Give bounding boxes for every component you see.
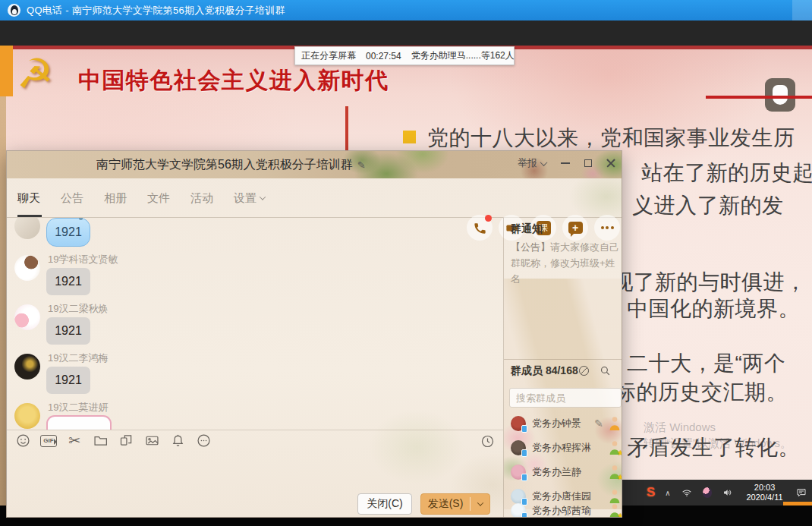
avatar[interactable]: [14, 255, 40, 281]
send-file-button[interactable]: [92, 433, 109, 449]
qq-call-icon: [8, 4, 20, 17]
titlebar-corner-button[interactable]: [792, 0, 812, 20]
member-role-icon: [608, 416, 622, 431]
edit-name-icon[interactable]: ✎: [594, 417, 603, 430]
minimize-button[interactable]: [561, 162, 570, 164]
member-role-icon: ★: [608, 440, 622, 455]
sogou-tray-icon[interactable]: S: [647, 485, 655, 500]
group-notice-title[interactable]: 群通知: [511, 222, 543, 236]
slide-text-line: 站在了新的历史起: [641, 159, 812, 187]
tray-expand-icon[interactable]: ∧: [665, 489, 670, 497]
member-row[interactable]: 党务办钟景 ✎: [511, 415, 622, 432]
star-icon: ★: [617, 474, 622, 481]
tab-albums[interactable]: 相册: [104, 191, 127, 206]
edit-title-icon[interactable]: ✎: [357, 159, 366, 171]
action-center-icon[interactable]: [795, 487, 807, 499]
message-list[interactable]: 1921 19学科语文贤敏 1921 19汉二梁秋焕 1921 19汉二李鸿梅 …: [7, 218, 503, 430]
group-notice-text[interactable]: 【公告】请大家修改自己群昵称，修改为班级+姓名: [511, 239, 620, 287]
chat-history-files-button[interactable]: [118, 433, 134, 449]
message-history-button[interactable]: [479, 433, 496, 449]
avatar[interactable]: [14, 403, 40, 429]
screen-share-bar[interactable]: 正在分享屏幕 00:27:54 党务办助理马......等162人正在观看: [294, 46, 515, 65]
slide-red-line-vertical: [345, 106, 348, 150]
speaker-icon[interactable]: [722, 487, 734, 499]
chevron-down-icon: [477, 499, 483, 506]
call-titlebar: QQ电话 - 南宁师范大学文学院第56期入党积极分子培训群: [0, 0, 812, 20]
sidebar-divider: [503, 218, 504, 518]
folder-icon: [93, 433, 109, 449]
close-chat-button[interactable]: 关闭(C): [357, 493, 412, 515]
mobile-online-badge: [521, 449, 527, 457]
avatar: [511, 440, 526, 455]
report-button[interactable]: 举报: [518, 156, 546, 170]
slide-red-line-horizontal: [706, 96, 812, 99]
tab-settings[interactable]: 设置: [234, 191, 265, 206]
search-icon[interactable]: [599, 364, 612, 378]
clock-icon: [480, 433, 496, 449]
tab-announcements[interactable]: 公告: [61, 191, 83, 206]
slide-left-accent-orange: [0, 46, 13, 96]
member-search-input[interactable]: [509, 388, 622, 408]
avatar: [511, 416, 526, 431]
image-icon: [144, 433, 160, 449]
mute-all-icon[interactable]: [578, 364, 591, 378]
qq-tray-icon[interactable]: [703, 487, 712, 498]
members-count: 群成员 84/168: [511, 364, 578, 378]
mobile-online-badge: [521, 512, 527, 518]
maximize-button[interactable]: [584, 159, 592, 167]
screenshot-button[interactable]: ✂: [66, 433, 83, 449]
avatar[interactable]: [14, 304, 40, 330]
more-actions-button[interactable]: [594, 215, 620, 241]
slide-text-line: 二十大，是“两个: [627, 349, 785, 378]
share-control-widget-icon[interactable]: [765, 78, 795, 112]
sidebar-section-divider: [504, 359, 622, 360]
nudge-button[interactable]: [169, 433, 186, 449]
slide-text-line: 现了新的与时俱进，: [612, 268, 807, 297]
emoji-button[interactable]: [14, 433, 31, 449]
slide-text-line: 标的历史交汇期。: [615, 378, 788, 407]
avatar[interactable]: [14, 354, 40, 380]
share-viewers: 党务办助理马......等162人正在观看: [411, 49, 515, 62]
tab-row: 聊天 公告 相册 文件 活动 设置: [7, 178, 622, 218]
share-duration: 00:27:54: [366, 51, 401, 61]
member-row[interactable]: 党务办兰静 ★: [511, 464, 622, 480]
send-image-button[interactable]: [143, 433, 160, 449]
send-button-label: 发送(S): [421, 497, 470, 511]
ellipsis-icon: [601, 226, 614, 229]
close-window-button[interactable]: [606, 159, 615, 168]
member-row[interactable]: 党务办程挥淋 ★: [511, 439, 622, 456]
avatar: [511, 489, 526, 504]
chevron-down-icon: [540, 159, 548, 166]
screen: ☭ 中国特色社会主义进入新时代 激活 Windows 转到“设置”以激活 Win…: [0, 0, 812, 526]
send-options-dropdown[interactable]: [471, 502, 489, 506]
bell-icon: [170, 433, 186, 449]
tab-files[interactable]: 文件: [147, 191, 170, 206]
member-role-icon: [608, 489, 622, 504]
star-icon: ★: [617, 512, 622, 518]
member-role-icon: ★: [608, 503, 622, 518]
gif-button[interactable]: GIF: [40, 433, 57, 449]
member-row[interactable]: 党务办邬茜瑜 ★: [511, 502, 622, 518]
sender-name: 19汉二莫进妍: [48, 401, 108, 414]
sender-name: 19汉二李鸿梅: [48, 351, 108, 365]
slide-text-line: 义进入了新的发: [632, 191, 784, 220]
tab-activities[interactable]: 活动: [190, 191, 213, 206]
avatar[interactable]: [14, 218, 40, 239]
wifi-icon[interactable]: [681, 487, 693, 499]
send-button[interactable]: 发送(S): [420, 493, 490, 515]
slide-text-line: 党的十八大以来，党和国家事业发生历: [427, 124, 795, 153]
scissors-icon: ✂: [68, 432, 80, 449]
star-icon: ★: [617, 449, 622, 457]
mobile-online-badge: [521, 425, 527, 433]
message-bubble: 1921: [46, 367, 90, 394]
taskbar-clock[interactable]: 20:03 2020/4/11: [744, 483, 785, 502]
slide-text-line: 矛盾发生了转化。: [627, 433, 800, 462]
slide-left-accent-tan: [0, 96, 6, 526]
mobile-online-badge: [521, 474, 527, 481]
sender-name: 19汉二梁秋焕: [48, 302, 108, 316]
tab-chat[interactable]: 聊天: [17, 191, 40, 206]
more-tools-button[interactable]: [195, 433, 212, 449]
chevron-down-icon: [260, 194, 266, 200]
more-circle-icon: [196, 433, 212, 449]
new-message-button[interactable]: +: [562, 215, 588, 241]
